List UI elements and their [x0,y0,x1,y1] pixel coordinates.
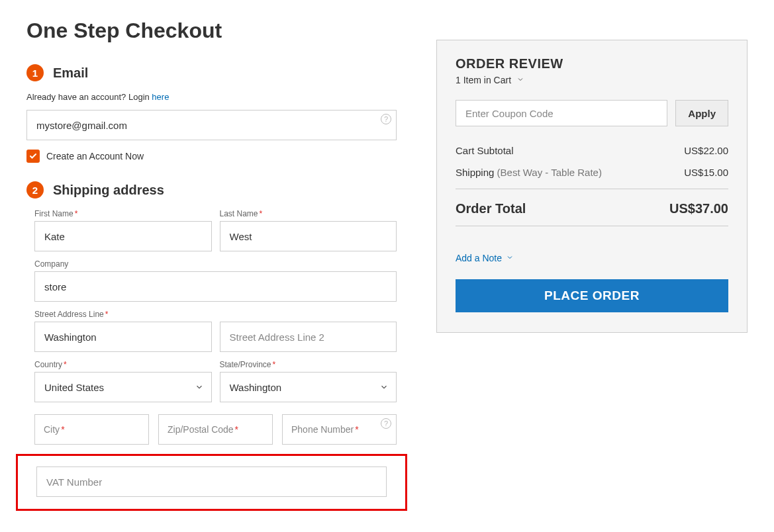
city-field: City* [34,414,149,445]
page-title: One Step Checkout [26,19,397,43]
zip-field: Zip/Postal Code* [158,414,273,445]
order-total-label: Order Total [456,201,526,216]
create-account-label: Create an Account Now [46,151,144,161]
step-email-header: 1 Email [26,64,397,81]
subtotal-label: Cart Subtotal [456,145,514,156]
zip-input[interactable] [158,414,273,445]
step-shipping-number: 2 [26,181,44,199]
divider [456,189,728,189]
order-total-row: Order Total US$37.00 [456,201,728,216]
company-label: Company [34,259,397,269]
place-order-button[interactable]: PLACE ORDER [456,279,728,312]
country-select[interactable]: United States [34,372,212,402]
last-name-label: Last Name* [220,209,397,218]
vat-highlight-box [16,454,407,511]
phone-field: Phone Number* ? [282,414,397,445]
step-shipping-header: 2 Shipping address [26,181,397,199]
state-field: State/Province* Washington [220,360,397,402]
shipping-label: Shipping [456,167,494,178]
step-email-number: 1 [26,64,44,81]
coupon-input[interactable] [456,100,667,126]
login-here-link[interactable]: here [152,92,169,102]
create-account-row[interactable]: Create an Account Now [26,150,397,163]
apply-coupon-button[interactable]: Apply [675,100,728,126]
state-label: State/Province* [220,360,397,369]
subtotal-row: Cart Subtotal US$22.00 [456,145,728,156]
last-name-input[interactable] [220,221,397,251]
shipping-value: US$15.00 [684,167,728,178]
company-field: Company [34,259,397,302]
street2-input[interactable] [220,322,397,352]
shipping-method: (Best Way - Table Rate) [494,167,602,178]
first-name-input[interactable] [34,221,212,251]
add-note-toggle[interactable]: Add a Note [456,253,514,263]
create-account-checkbox[interactable] [26,150,40,163]
order-review-panel: ORDER REVIEW 1 Item in Cart Apply Cart S… [436,40,748,333]
order-total-value: US$37.00 [669,201,728,216]
company-input[interactable] [34,271,397,302]
email-field-wrap: ? [26,110,397,140]
country-field: Country* United States [34,360,212,402]
chevron-down-icon [516,75,524,85]
help-icon[interactable]: ? [381,418,391,429]
street1-field: Street Address Line* [34,310,212,352]
step-shipping-title: Shipping address [53,183,164,198]
first-name-label: First Name* [34,209,212,218]
login-prompt: Already have an account? Login here [26,92,397,102]
phone-input[interactable] [282,414,397,445]
cart-items-toggle[interactable]: 1 Item in Cart [456,75,524,85]
email-input[interactable] [26,110,397,140]
chevron-down-icon [506,253,514,263]
street1-input[interactable] [34,322,212,352]
vat-input[interactable] [36,466,387,497]
login-prompt-text: Already have an account? Login [26,92,152,102]
country-label: Country* [34,360,212,369]
street2-field [220,310,397,352]
shipping-row: Shipping (Best Way - Table Rate) US$15.0… [456,167,728,178]
check-icon [29,152,37,160]
order-review-title: ORDER REVIEW [456,56,728,71]
first-name-field: First Name* [34,209,212,251]
help-icon[interactable]: ? [381,114,391,124]
last-name-field: Last Name* [220,209,397,251]
street1-label: Street Address Line* [34,310,212,319]
divider [456,226,728,226]
state-select[interactable]: Washington [220,372,397,402]
step-email-title: Email [53,66,88,81]
subtotal-value: US$22.00 [684,145,728,156]
city-input[interactable] [34,414,149,445]
